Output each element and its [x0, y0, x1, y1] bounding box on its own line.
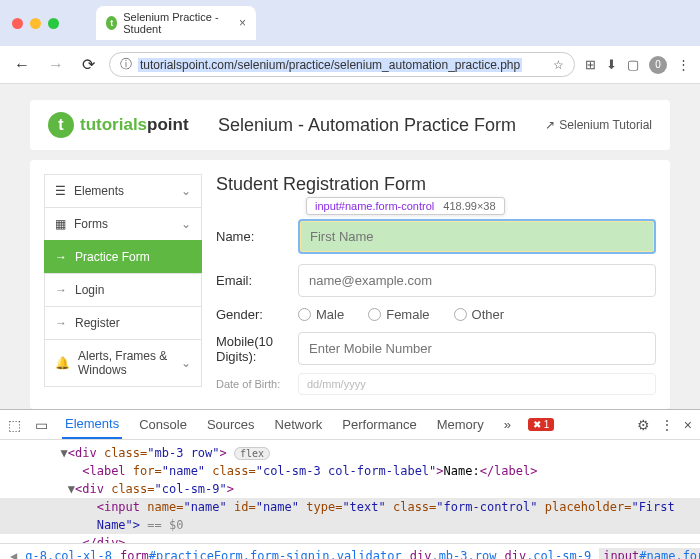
logo-text-2: point — [147, 115, 189, 134]
sidebar-item-practice-form[interactable]: → Practice Form — [44, 240, 202, 274]
sidebar-item-register[interactable]: → Register — [44, 306, 202, 340]
settings-gear-icon[interactable]: ⚙ — [637, 417, 650, 433]
tooltip-dimensions: 418.99×38 — [443, 200, 495, 212]
content-wrap: ☰ Elements ⌄ ▦ Forms ⌄ → Practice Form →… — [30, 160, 670, 409]
device-toolbar-icon[interactable]: ▭ — [35, 417, 48, 433]
gender-radio-group: Male Female Other — [298, 307, 504, 322]
maximize-window-button[interactable] — [48, 18, 59, 29]
selenium-tutorial-link[interactable]: ↗ Selenium Tutorial — [545, 118, 652, 132]
arrow-right-icon: → — [55, 250, 67, 264]
site-info-icon[interactable]: ⓘ — [120, 56, 132, 73]
browser-menu-icon[interactable]: ⋮ — [677, 57, 690, 72]
page-body: t tutorialspoint Selenium - Automation P… — [0, 100, 700, 409]
profile-badge[interactable]: 0 — [649, 56, 667, 74]
breadcrumb-prev-icon[interactable]: ◀ — [10, 549, 17, 559]
sidebar: ☰ Elements ⌄ ▦ Forms ⌄ → Practice Form →… — [44, 174, 202, 395]
devtools-close-icon[interactable]: × — [684, 417, 692, 433]
window-controls: t Selenium Practice - Student × — [0, 0, 700, 46]
form-panel: Student Registration Form input#name.for… — [216, 174, 656, 395]
sidebar-item-login[interactable]: → Login — [44, 273, 202, 307]
breadcrumb-selected: input#name.form-control — [599, 548, 700, 559]
page-title: Selenium - Automation Practice Form — [203, 115, 532, 136]
radio-icon — [454, 308, 467, 321]
extensions-icon[interactable]: ⊞ — [585, 57, 596, 72]
gender-female-radio[interactable]: Female — [368, 307, 429, 322]
tab-network[interactable]: Network — [272, 411, 326, 438]
address-bar[interactable]: ⓘ tutorialspoint.com/selenium/practice/s… — [109, 52, 575, 77]
email-input[interactable] — [298, 264, 656, 297]
arrow-right-icon: → — [55, 283, 67, 297]
form-icon: ▦ — [55, 217, 66, 231]
sidebar-item-forms[interactable]: ▦ Forms ⌄ — [44, 207, 202, 241]
dom-tree[interactable]: ▼<div class="mb-3 row"> flex <label for=… — [0, 440, 700, 543]
gender-male-radio[interactable]: Male — [298, 307, 344, 322]
site-header: t tutorialspoint Selenium - Automation P… — [30, 100, 670, 150]
tab-elements[interactable]: Elements — [62, 410, 122, 439]
mobile-input[interactable] — [298, 332, 656, 365]
bookmark-star-icon[interactable]: ☆ — [553, 58, 564, 72]
gender-other-radio[interactable]: Other — [454, 307, 505, 322]
tooltip-selector: input#name.form-control — [315, 200, 434, 212]
bell-icon: 🔔 — [55, 356, 70, 370]
error-badge[interactable]: ✖ 1 — [528, 418, 554, 431]
close-window-button[interactable] — [12, 18, 23, 29]
radio-icon — [368, 308, 381, 321]
devtools-panel: ⬚ ▭ Elements Console Sources Network Per… — [0, 409, 700, 559]
gender-label: Gender: — [216, 307, 298, 322]
inspect-tooltip: input#name.form-control 418.99×38 — [306, 197, 505, 215]
mobile-label: Mobile(10 Digits): — [216, 334, 298, 364]
devtools-tabs: ⬚ ▭ Elements Console Sources Network Per… — [0, 410, 700, 440]
email-label: Email: — [216, 273, 298, 288]
browser-chrome: t Selenium Practice - Student × ← → ⟳ ⓘ … — [0, 0, 700, 84]
devtools-menu-icon[interactable]: ⋮ — [660, 417, 674, 433]
external-link-icon: ↗ — [545, 118, 555, 132]
tab-sources[interactable]: Sources — [204, 411, 258, 438]
forward-button[interactable]: → — [44, 54, 68, 76]
chevron-down-icon: ⌄ — [181, 217, 191, 231]
sidebar-item-elements[interactable]: ☰ Elements ⌄ — [44, 174, 202, 208]
tab-memory[interactable]: Memory — [434, 411, 487, 438]
reload-button[interactable]: ⟳ — [78, 53, 99, 76]
radio-icon — [298, 308, 311, 321]
dom-selected-node[interactable]: <input name="name" id="name" type="text"… — [0, 498, 700, 516]
site-logo[interactable]: t tutorialspoint — [48, 112, 189, 138]
dob-label: Date of Birth: — [216, 378, 298, 390]
back-button[interactable]: ← — [10, 54, 34, 76]
arrow-right-icon: → — [55, 316, 67, 330]
tab-console[interactable]: Console — [136, 411, 190, 438]
tab-close-icon[interactable]: × — [239, 16, 246, 30]
browser-toolbar: ← → ⟳ ⓘ tutorialspoint.com/selenium/prac… — [0, 46, 700, 84]
name-input[interactable] — [298, 219, 656, 254]
bookmark-menu-icon[interactable]: ▢ — [627, 57, 639, 72]
inspect-element-icon[interactable]: ⬚ — [8, 417, 21, 433]
chevron-down-icon: ⌄ — [181, 184, 191, 198]
favicon-icon: t — [106, 16, 117, 30]
hamburger-icon: ☰ — [55, 184, 66, 198]
name-label: Name: — [216, 229, 298, 244]
dob-input[interactable] — [298, 373, 656, 395]
form-heading: Student Registration Form — [216, 174, 656, 195]
logo-text-1: tutorials — [80, 115, 147, 134]
tab-performance[interactable]: Performance — [339, 411, 419, 438]
browser-tab[interactable]: t Selenium Practice - Student × — [96, 6, 256, 40]
tabs-overflow-icon[interactable]: » — [501, 411, 514, 438]
download-icon[interactable]: ⬇ — [606, 57, 617, 72]
tab-title: Selenium Practice - Student — [123, 11, 233, 35]
url-text: tutorialspoint.com/selenium/practice/sel… — [138, 58, 522, 72]
sidebar-item-alerts[interactable]: 🔔 Alerts, Frames & Windows ⌄ — [44, 339, 202, 387]
dom-breadcrumb[interactable]: ◀ g-8.col-xl-8 form#practiceForm.form-si… — [0, 543, 700, 559]
logo-icon: t — [48, 112, 74, 138]
minimize-window-button[interactable] — [30, 18, 41, 29]
chevron-down-icon: ⌄ — [181, 356, 191, 370]
